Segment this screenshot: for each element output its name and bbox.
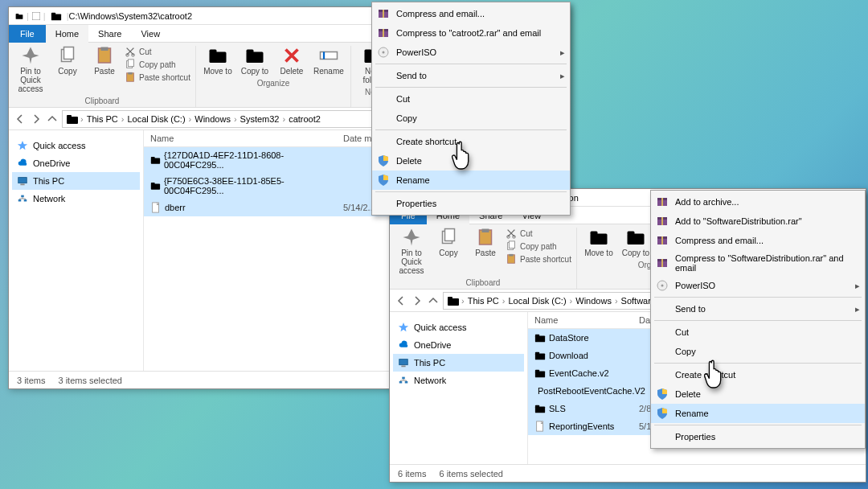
menu-item[interactable]: PowerISO ▸ [372, 43, 570, 62]
back-button[interactable] [395, 294, 407, 307]
cloud-icon [398, 339, 409, 351]
disc-icon [377, 46, 390, 59]
menu-item-label: Delete [396, 156, 422, 166]
menu-item[interactable]: Delete [651, 384, 865, 404]
menu-item-label: Delete [675, 389, 701, 399]
menu-item[interactable]: Add to "SoftwareDistribution.rar" [651, 212, 865, 231]
menu-item[interactable]: Rename [651, 404, 865, 423]
copy-path-button[interactable]: Copy path [125, 59, 190, 70]
paste-shortcut-button[interactable]: Paste shortcut [125, 72, 190, 83]
folder-icon [534, 403, 546, 414]
cut-button[interactable]: Cut [506, 228, 571, 239]
sidebar-item-quick-access[interactable]: Quick access [12, 137, 140, 154]
archive-icon [656, 215, 669, 228]
breadcrumb-item[interactable]: System32 [239, 114, 281, 124]
sidebar-item-this-pc[interactable]: This PC [393, 354, 524, 372]
menu-item[interactable]: Create shortcut [651, 365, 865, 384]
cut-button[interactable]: Cut [125, 46, 190, 57]
ribbon-group-clipboard: Pin to Quick access Copy Paste Cut Copy … [9, 46, 196, 107]
menu-item[interactable]: Rename [372, 171, 570, 190]
move-to-button[interactable]: Move to [582, 228, 616, 257]
sidebar-item-onedrive[interactable]: OneDrive [12, 154, 140, 172]
folder-icon [534, 332, 546, 343]
pin-to-quick-access-button[interactable]: Pin to Quick access [14, 46, 47, 93]
menu-item[interactable]: Properties [651, 427, 865, 446]
breadcrumb-item[interactable]: This PC [466, 296, 501, 306]
delete-button[interactable]: Delete [275, 46, 309, 76]
menu-item[interactable]: Compress to "SoftwareDistribution.rar" a… [651, 250, 865, 276]
rename-button[interactable]: Rename [312, 46, 346, 76]
menu-item[interactable]: Copy [651, 342, 865, 361]
star-icon [17, 140, 28, 151]
folder-icon [15, 12, 23, 20]
menu-item[interactable]: Send to ▸ [372, 66, 570, 85]
menu-item[interactable]: Compress to "catroot2.rar" and email [372, 23, 570, 43]
breadcrumb-item[interactable]: This PC [85, 114, 120, 124]
forward-button[interactable] [30, 113, 43, 125]
breadcrumb-item[interactable]: Windows [574, 296, 613, 306]
sidebar-item-this-pc[interactable]: This PC [12, 172, 140, 190]
forward-button[interactable] [411, 294, 424, 307]
tab-view[interactable]: View [131, 25, 170, 43]
divider: | [27, 11, 29, 21]
menu-separator [654, 363, 862, 364]
menu-separator [375, 191, 567, 192]
status-count: 6 items [398, 469, 426, 479]
file-name: EventCache.v2 [549, 368, 609, 378]
menu-item[interactable]: Add to archive... [651, 192, 865, 212]
menu-item-label: PowerISO [675, 281, 715, 290]
menu-item[interactable]: Properties [372, 194, 570, 213]
up-button[interactable] [427, 294, 440, 307]
archive-icon [656, 257, 669, 269]
menu-item-label: Compress and email... [396, 9, 485, 18]
copy-to-button[interactable]: Copy to [619, 228, 653, 257]
chevron-right-icon: ▸ [855, 281, 860, 291]
sidebar-item-network[interactable]: Network [12, 190, 140, 208]
cut-icon [125, 46, 136, 57]
breadcrumb-item[interactable]: Windows [193, 114, 232, 124]
tab-file[interactable]: File [9, 25, 46, 43]
file-name: {127D0A1D-4EF2-11D1-8608-00C04FC295... [164, 150, 330, 170]
back-button[interactable] [14, 113, 27, 125]
tab-share[interactable]: Share [88, 25, 131, 43]
sidebar-item-onedrive[interactable]: OneDrive [393, 336, 524, 354]
menu-item[interactable]: Copy [372, 109, 570, 128]
menu-item[interactable]: Compress and email... [372, 4, 570, 23]
move-to-button[interactable]: Move to [201, 46, 235, 76]
menu-item[interactable]: Send to ▸ [651, 299, 865, 318]
col-name[interactable]: Name [144, 130, 337, 146]
copy-icon [439, 228, 458, 247]
rename-icon [319, 46, 338, 65]
menu-item[interactable]: PowerISO ▸ [651, 276, 865, 295]
menu-item[interactable]: Compress and email... [651, 231, 865, 250]
breadcrumb-item[interactable]: catroot2 [287, 114, 322, 124]
menu-item[interactable]: Cut [651, 323, 865, 342]
cut-icon [506, 228, 517, 239]
folder-icon [150, 154, 161, 166]
delete-icon [282, 46, 301, 65]
pin-to-quick-access-button[interactable]: Pin to Quick access [395, 228, 428, 275]
paste-shortcut-icon [506, 253, 517, 265]
sidebar-item-quick-access[interactable]: Quick access [393, 318, 524, 336]
col-name[interactable]: Name [528, 312, 633, 328]
paste-button[interactable]: Paste [88, 46, 121, 76]
menu-separator [654, 320, 862, 321]
copy-to-button[interactable]: Copy to [238, 46, 272, 76]
menu-item-label: Add to "SoftwareDistribution.rar" [675, 216, 802, 226]
nav-sidebar: Quick access OneDrive This PC Network [390, 312, 528, 464]
paste-shortcut-button[interactable]: Paste shortcut [506, 253, 571, 265]
paste-icon [476, 228, 495, 247]
copy-button[interactable]: Copy [51, 46, 84, 76]
tab-home[interactable]: Home [46, 25, 88, 43]
breadcrumb-item[interactable]: Local Disk (C:) [506, 296, 567, 306]
menu-item-label: Create shortcut [396, 137, 457, 146]
copy-button[interactable]: Copy [432, 228, 465, 257]
folder-icon [534, 368, 546, 379]
up-button[interactable] [46, 113, 59, 125]
sidebar-item-network[interactable]: Network [393, 372, 524, 389]
menu-item[interactable]: Cut [372, 89, 570, 109]
paste-button[interactable]: Paste [469, 228, 502, 257]
status-selected: 3 items selected [58, 376, 121, 385]
copy-path-button[interactable]: Copy path [506, 240, 571, 252]
breadcrumb-item[interactable]: Local Disk (C:) [125, 114, 186, 124]
